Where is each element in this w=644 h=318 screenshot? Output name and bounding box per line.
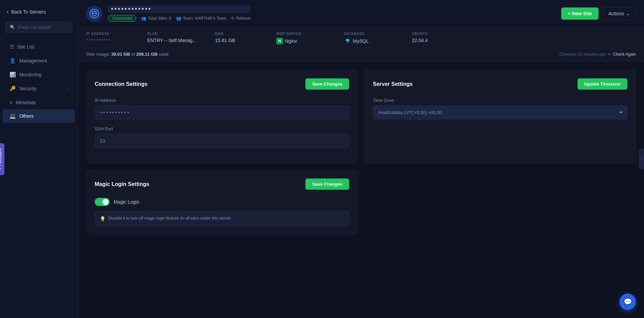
server-info: •••••••••••• Connected 👥 Total Sites: 8 …	[108, 5, 250, 22]
search-box[interactable]: 🔍 Press / to search	[5, 22, 72, 33]
collapse-icon: ›	[641, 157, 642, 161]
chat-button[interactable]: 💬	[620, 294, 636, 310]
web-server-col: WEB SERVER N Nginx	[276, 32, 344, 44]
plan-col: PLAN ENTRY – Self Manag..	[147, 32, 215, 44]
management-icon: 👤	[10, 58, 16, 64]
security-icon: 🔑	[10, 86, 16, 92]
ip-address-input[interactable]	[95, 106, 349, 119]
chevron-right-icon: ›	[67, 87, 68, 91]
team-info: 👥 Team: KARTHIK's Team	[176, 16, 227, 21]
status-badge: Connected	[108, 15, 136, 22]
sidebar-item-management[interactable]: 👤 Management ›	[3, 54, 75, 68]
sidebar-item-metadata[interactable]: ≡ Metadata	[3, 96, 75, 109]
ip-address-group: IP Address	[95, 98, 349, 119]
server-avatar	[86, 5, 102, 22]
top-header: •••••••••••• Connected 👥 Total Sites: 8 …	[78, 0, 644, 27]
magic-login-toggle[interactable]	[95, 198, 110, 206]
sidebar-item-security[interactable]: 🔑 Security ›	[3, 82, 75, 95]
check-again-section: Checked: 31 minutes ago ↻ Check Again	[560, 52, 636, 57]
connection-card-header: Connection Settings Save Changes	[95, 78, 349, 90]
timezone-group: Time Zone Asia/Kolkata (UTC+5:30) +05:30	[373, 98, 627, 119]
list-icon: ☰	[10, 44, 14, 50]
check-again-button[interactable]: Check Again	[613, 52, 636, 57]
web-server-value: N Nginx	[276, 38, 344, 44]
disk-usage-text: Disk Usage: 39.01 GB of 208.11 GB used	[86, 52, 168, 57]
back-arrow-icon: ‹	[7, 9, 8, 15]
sidebar-item-site-list[interactable]: ☰ Site List	[3, 40, 75, 54]
monitoring-icon: 📊	[10, 72, 16, 78]
sidebar: ‹ Back To Servers 🔍 Press / to search ☰ …	[0, 0, 78, 318]
others-icon: 💻	[10, 113, 16, 119]
server-settings-card: Server Settings Update Timezone Time Zon…	[364, 70, 636, 163]
sites-icon: 👥	[141, 16, 146, 21]
magic-login-toggle-label: Magic Login	[114, 199, 139, 205]
main-content: •••••••••••• Connected 👥 Total Sites: 8 …	[78, 0, 644, 318]
magic-login-title: Magic Login Settings	[95, 181, 149, 187]
ssh-port-group: SSH Port	[95, 126, 349, 148]
ram-col: RAM 15.61 GB	[215, 32, 276, 44]
database-col: DATABASE 🐬 MySQL	[344, 32, 412, 44]
chevron-down-icon: ⌄	[626, 11, 630, 16]
info-icon: 💡	[100, 216, 106, 222]
mysql-icon: 🐬	[344, 38, 351, 44]
chevron-right-icon: ›	[67, 73, 68, 77]
sidebar-item-others[interactable]: 💻 Others	[3, 109, 75, 123]
magic-login-info-box: 💡 Disable it to turn off magic login fea…	[95, 211, 349, 226]
ip-col: IP ADDRESS ••••••••••	[86, 32, 147, 44]
magic-login-toggle-row: Magic Login	[95, 198, 349, 206]
server-name: ••••••••••••	[108, 5, 250, 13]
metadata-icon: ≡	[10, 99, 13, 105]
refresh-icon: ↻	[231, 16, 234, 21]
back-to-servers-link[interactable]: ‹ Back To Servers	[0, 5, 78, 22]
actions-button[interactable]: Actions ⌄	[603, 7, 636, 20]
disk-usage-row: Disk Usage: 39.01 GB of 208.11 GB used C…	[86, 48, 636, 61]
ubuntu-col: UBUNTU 22.04.4	[412, 32, 473, 44]
connection-save-button[interactable]: Save Changes	[305, 78, 349, 90]
refresh-button[interactable]: ↻ Refresh	[231, 16, 250, 21]
server-card-header: Server Settings Update Timezone	[373, 78, 627, 90]
content-area: Connection Settings Save Changes IP Addr…	[78, 62, 644, 318]
chat-icon: 💬	[624, 298, 632, 306]
sidebar-item-monitoring[interactable]: 📊 Monitoring ›	[3, 68, 75, 81]
timezone-label: Time Zone	[373, 98, 627, 103]
sidebar-nav: ☰ Site List 👤 Management › 📊 Monitoring …	[0, 40, 78, 123]
total-sites: 👥 Total Sites: 8	[141, 16, 171, 21]
ubuntu-value: 22.04.4	[412, 38, 473, 43]
new-site-button[interactable]: + New Site	[561, 7, 599, 20]
database-value: 🐬 MySQL	[344, 38, 412, 44]
ssh-port-label: SSH Port	[95, 126, 349, 131]
connection-settings-card: Connection Settings Save Changes IP Addr…	[86, 70, 358, 163]
server-meta: Connected 👥 Total Sites: 8 👥 Team: KARTH…	[108, 15, 250, 22]
refresh-small-icon: ↻	[608, 52, 611, 57]
right-edge-collapse-tab[interactable]: ›	[639, 149, 644, 169]
magic-login-card-header: Magic Login Settings Save Changes	[95, 179, 349, 190]
info-row: IP ADDRESS •••••••••• PLAN ENTRY – Self …	[86, 27, 636, 48]
search-icon: 🔍	[10, 25, 15, 30]
server-info-bar: IP ADDRESS •••••••••• PLAN ENTRY – Self …	[78, 27, 644, 62]
server-settings-title: Server Settings	[373, 81, 413, 87]
plan-value: ENTRY – Self Manag..	[147, 38, 215, 43]
nginx-icon: N	[276, 38, 283, 44]
ssh-port-input[interactable]	[95, 134, 349, 148]
connection-settings-title: Connection Settings	[95, 81, 148, 87]
magic-login-save-button[interactable]: Save Changes	[305, 179, 349, 190]
chevron-right-icon: ›	[67, 59, 68, 63]
ip-value: ••••••••••	[86, 38, 147, 42]
magic-login-card: Magic Login Settings Save Changes Magic …	[86, 170, 358, 235]
update-timezone-button[interactable]: Update Timezone	[577, 78, 627, 90]
timezone-select[interactable]: Asia/Kolkata (UTC+5:30) +05:30	[373, 106, 627, 119]
ram-value: 15.61 GB	[215, 38, 276, 43]
feedback-tab[interactable]: ✦ Feedback	[0, 143, 4, 175]
team-icon: 👥	[176, 16, 181, 21]
header-actions: + New Site Actions ⌄	[561, 7, 636, 20]
ip-address-label: IP Address	[95, 98, 349, 103]
